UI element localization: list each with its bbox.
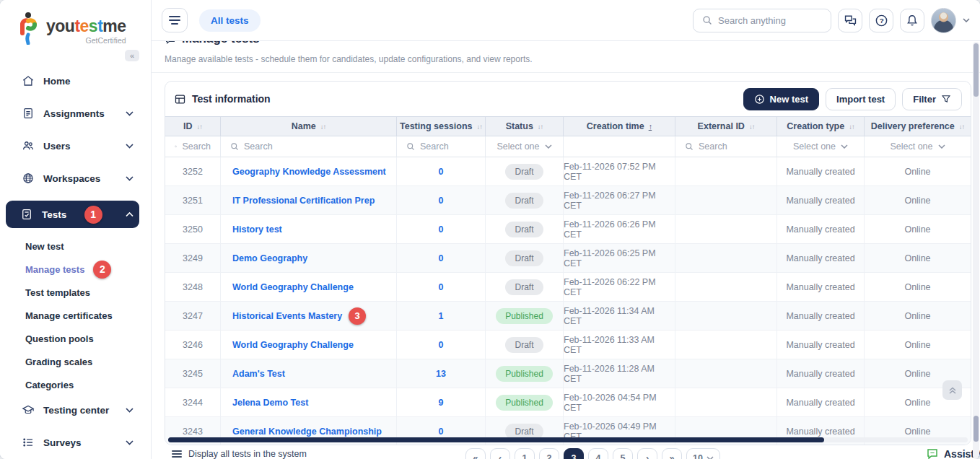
sessions-count-link[interactable]: 1 [439,311,444,321]
filter-creation-type[interactable]: Select one [777,136,865,157]
table-row[interactable]: 3247Historical Events Mastery31Published… [165,302,971,331]
page-button-2[interactable]: 2 [539,448,559,459]
filter-status[interactable]: Select one [486,136,564,157]
cell-name: World Geography Challenge [221,273,397,301]
column-header-creation-time[interactable]: Creation time↑ [564,116,675,136]
home-icon [22,74,35,87]
pagination-nav-button[interactable]: › [637,448,657,459]
column-header-creation-type[interactable]: Creation type↓↑ [777,116,865,136]
pagination-nav-button[interactable]: « [465,448,486,459]
sidebar-collapse-button[interactable]: « [125,50,139,61]
column-header-status[interactable]: Status↓↑ [486,116,564,136]
submenu-question-pools[interactable]: Question pools [25,331,139,346]
table-row[interactable]: 3248World Geography Challenge0DraftFeb-1… [165,273,971,302]
vertical-scrollbar-track[interactable] [973,42,979,459]
chevron-down-icon [545,144,552,149]
avatar-chevron-down-icon[interactable] [963,18,970,22]
table-icon [174,93,186,105]
submenu-categories[interactable]: Categories [25,377,139,393]
submenu-grading-scales[interactable]: Grading scales [25,354,139,370]
test-doc-icon [20,208,33,221]
messages-button[interactable] [838,9,862,32]
graduation-cap-icon [22,403,35,416]
help-button[interactable]: ? [869,9,893,32]
sessions-count-link[interactable]: 9 [439,398,444,408]
sessions-count-link[interactable]: 0 [439,427,444,437]
submenu-new-test[interactable]: New test [25,238,139,254]
submenu-manage-certificates[interactable]: Manage certificates [25,307,139,323]
filter-delivery-preference[interactable]: Select one [865,136,971,157]
test-name-link[interactable]: Historical Events Mastery [232,311,342,321]
table-row[interactable]: 3246World Geography Challenge0DraftFeb-1… [165,331,971,359]
test-name-link[interactable]: World Geography Challenge [232,282,354,292]
sessions-count-link[interactable]: 0 [439,253,444,263]
user-avatar[interactable] [931,8,956,33]
filter-button[interactable]: Filter [902,88,962,110]
table-row[interactable]: 3252Geography Knowledge Assessment0Draft… [165,157,971,186]
table-row[interactable]: 3251IT Professional Certification Prep0D… [165,186,971,215]
sidebar-item-tests[interactable]: Tests 1 [6,201,139,228]
sessions-count-link[interactable]: 0 [439,196,444,206]
test-name-link[interactable]: Demo Geography [232,253,307,263]
pagination-nav-button[interactable]: ‹ [490,448,510,459]
column-header-external-id[interactable]: External ID↓↑ [675,116,777,136]
table-row[interactable]: 3249Demo Geography0DraftFeb-11-2026 06:2… [165,244,971,273]
table-row[interactable]: 3244Jelena Demo Test9PublishedFeb-10-202… [165,388,971,417]
submenu-test-templates[interactable]: Test templates [25,284,139,300]
table-row[interactable]: 3250History test0DraftFeb-11-2026 06:26 … [165,215,971,244]
sessions-count-link[interactable]: 0 [439,224,444,235]
page-button-5[interactable]: 5 [613,448,633,459]
plus-circle-icon [754,94,765,105]
horizontal-scrollbar-thumb[interactable] [168,437,824,442]
horizontal-scrollbar-track[interactable] [168,437,968,442]
sidebar-item-assignments[interactable]: Assignments [12,103,139,123]
import-test-button[interactable]: Import test [826,88,896,110]
notifications-button[interactable] [900,9,924,32]
sessions-count-link[interactable]: 13 [436,369,446,379]
all-tests-chip[interactable]: All tests [199,9,261,32]
menu-toggle-button[interactable] [162,8,188,32]
test-name-link[interactable]: History test [232,224,282,235]
test-name-link[interactable]: World Geography Challenge [232,340,354,350]
assistme-widget[interactable]: AssistMe [926,447,980,459]
global-search-input[interactable] [718,15,819,26]
page-button-3[interactable]: 3 [564,448,584,459]
sidebar-item-surveys[interactable]: Surveys [12,432,139,453]
column-header-id[interactable]: ID↓↑ [165,116,221,136]
sessions-count-link[interactable]: 0 [439,282,444,292]
table-footer-option[interactable]: Display all tests in the system [172,449,307,459]
test-name-link[interactable]: Adam's Test [232,369,285,379]
page-button-1[interactable]: 1 [515,448,535,459]
submenu-manage-tests[interactable]: Manage tests2 [25,261,139,277]
global-search[interactable] [693,9,831,32]
pagination-nav-button[interactable]: » [662,448,682,459]
test-name-link[interactable]: IT Professional Certification Prep [232,196,375,206]
panel-scrollbar-thumb[interactable] [974,416,979,442]
page-size-select[interactable]: 10 [686,448,720,459]
sidebar-item-home[interactable]: Home [12,71,139,91]
pagination: «‹12345›»10 [465,448,720,459]
sort-icon: ↓↑ [477,123,483,131]
cell-id: 3248 [165,273,221,301]
vertical-scrollbar-thumb[interactable] [974,43,979,97]
filter-id[interactable]: Search [165,136,221,157]
column-header-testing-sessions[interactable]: Testing sessions↓↑ [397,116,486,136]
sidebar-item-users[interactable]: Users [12,136,139,156]
test-name-link[interactable]: Geography Knowledge Assessment [232,167,386,177]
column-header-delivery-preference[interactable]: Delivery preference↓↑ [865,116,971,136]
filter-name[interactable]: Search [221,136,397,157]
cell-external-id [675,331,777,359]
test-name-link[interactable]: Jelena Demo Test [232,398,308,408]
column-header-name[interactable]: Name↓↑ [221,116,397,136]
table-row[interactable]: 3245Adam's Test13PublishedFeb-11-2026 11… [165,359,971,388]
sidebar-item-workspaces[interactable]: Workspaces [12,168,139,188]
filter-external-id[interactable]: Search [675,136,777,157]
sessions-count-link[interactable]: 0 [439,167,444,177]
filter-testing-sessions[interactable]: Search [397,136,486,157]
scroll-to-top-button[interactable] [942,380,962,400]
sessions-count-link[interactable]: 0 [439,340,444,350]
sidebar-item-testing-center[interactable]: Testing center [12,400,139,420]
page-button-4[interactable]: 4 [588,448,608,459]
test-name-link[interactable]: General Knowledge Championship [232,427,382,437]
new-test-button[interactable]: New test [743,88,819,110]
